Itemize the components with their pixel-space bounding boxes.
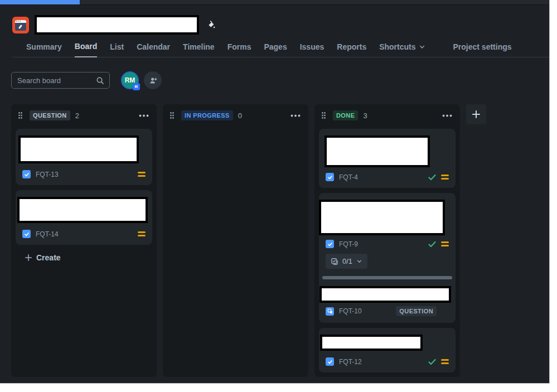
project-avatar-window-icon	[15, 20, 26, 31]
subtasks-icon	[331, 258, 338, 265]
tab-reports[interactable]: Reports	[337, 42, 366, 57]
done-check-icon	[428, 241, 436, 248]
chevron-down-icon	[356, 258, 362, 264]
tab-board[interactable]: Board	[75, 42, 97, 57]
subtask-title-redacted	[319, 286, 451, 303]
avatar-role-badge: R	[133, 83, 140, 90]
tab-shortcuts[interactable]: Shortcuts	[379, 42, 425, 57]
task-icon	[326, 240, 334, 248]
tab-issues[interactable]: Issues	[300, 42, 324, 57]
column-question-cards: FQT-13 FQT-14	[11, 127, 157, 270]
search-icon	[96, 76, 104, 85]
card-title-redacted	[17, 197, 148, 223]
card-title-redacted	[320, 335, 423, 351]
card-title-redacted	[319, 200, 445, 235]
card-key[interactable]: FQT-12	[339, 358, 362, 366]
task-icon	[326, 357, 334, 366]
subtask-status-badge: QUESTION	[396, 306, 437, 316]
plus-icon	[472, 110, 481, 119]
search-input[interactable]	[17, 76, 96, 85]
medium-priority-icon	[441, 175, 449, 180]
tab-pages[interactable]: Pages	[264, 42, 287, 57]
board-toolbar: RM R	[11, 71, 549, 89]
done-check-icon	[428, 174, 436, 181]
subtask-card-fqt-10[interactable]: FQT-10 QUESTION	[326, 286, 449, 316]
card-fqt-13[interactable]: FQT-13	[16, 129, 152, 185]
more-options-icon[interactable]	[139, 114, 149, 117]
task-icon	[22, 230, 31, 238]
tab-summary[interactable]: Summary	[26, 42, 62, 57]
more-options-icon[interactable]	[442, 114, 452, 117]
card-key[interactable]: FQT-10	[339, 307, 362, 315]
column-count: 0	[238, 112, 242, 120]
tab-calendar[interactable]: Calendar	[137, 42, 170, 57]
column-in-progress-cards	[163, 127, 308, 133]
subtask-progress-bar	[322, 276, 452, 279]
done-check-icon	[428, 359, 436, 365]
column-done: DONE 3 FQT-4	[314, 104, 460, 377]
task-icon	[326, 173, 334, 181]
tab-forms[interactable]: Forms	[227, 42, 251, 57]
project-title-redacted	[35, 15, 199, 35]
medium-priority-icon	[138, 231, 146, 236]
add-people-button[interactable]	[144, 71, 162, 89]
plus-icon	[25, 254, 32, 262]
column-question: QUESTION 2 FQT-13	[11, 104, 157, 377]
column-count: 3	[363, 112, 367, 120]
search-board-box	[11, 72, 110, 89]
card-key[interactable]: FQT-4	[339, 173, 358, 181]
card-key[interactable]: FQT-14	[36, 230, 59, 238]
create-issue-label: Create	[36, 253, 61, 262]
column-in-progress-header: IN PROGRESS 0	[163, 104, 308, 127]
tab-list[interactable]: List	[110, 42, 124, 57]
subtask-counter-label: 0/1	[342, 257, 352, 265]
subtask-expand-button[interactable]: 0/1	[326, 254, 367, 269]
add-column-button[interactable]	[466, 104, 486, 124]
card-title-redacted	[324, 135, 430, 167]
create-issue-button[interactable]: Create	[19, 250, 66, 265]
project-header: Summary Board List Calendar Timeline For…	[0, 5, 549, 57]
drag-handle-icon[interactable]	[18, 112, 23, 119]
project-avatar	[12, 17, 29, 33]
task-icon	[22, 170, 31, 178]
column-status-badge: IN PROGRESS	[181, 110, 233, 120]
column-count: 2	[75, 112, 79, 120]
avatar[interactable]: RM R	[121, 71, 139, 89]
medium-priority-icon	[441, 241, 449, 246]
card-fqt-9-group[interactable]: FQT-9 0/1	[319, 193, 456, 323]
medium-priority-icon	[441, 359, 449, 364]
more-options-icon[interactable]	[290, 114, 301, 117]
medium-priority-icon	[138, 172, 146, 177]
tab-project-settings[interactable]: Project settings	[453, 42, 512, 57]
drag-handle-icon[interactable]	[321, 112, 326, 119]
card-title-redacted	[18, 135, 139, 163]
column-status-badge: QUESTION	[30, 110, 70, 120]
tab-timeline[interactable]: Timeline	[183, 42, 215, 57]
column-in-progress: IN PROGRESS 0	[163, 104, 308, 377]
column-done-cards: FQT-4 FQT-9	[314, 127, 460, 382]
column-question-header: QUESTION 2	[11, 104, 157, 127]
card-key[interactable]: FQT-13	[36, 171, 59, 178]
column-status-badge: DONE	[333, 110, 358, 120]
card-key[interactable]: FQT-9	[339, 240, 358, 248]
project-nav: Summary Board List Calendar Timeline For…	[12, 42, 549, 57]
card-fqt-12[interactable]: FQT-12	[319, 328, 456, 372]
subtask-type-icon	[326, 307, 334, 316]
project-title-row	[12, 15, 549, 35]
chevron-down-icon	[419, 43, 425, 50]
add-people-icon	[148, 76, 158, 85]
browser-top-strip	[0, 0, 549, 5]
paint-bucket-icon[interactable]	[206, 20, 217, 30]
kanban-board: QUESTION 2 FQT-13	[11, 104, 549, 377]
card-fqt-14[interactable]: FQT-14	[16, 190, 152, 245]
column-done-header: DONE 3	[314, 104, 460, 127]
card-fqt-4[interactable]: FQT-4	[319, 129, 456, 188]
browser-tab-accent	[0, 0, 80, 4]
jira-board-app: Summary Board List Calendar Timeline For…	[0, 0, 550, 384]
drag-handle-icon[interactable]	[169, 112, 175, 119]
tab-shortcuts-label: Shortcuts	[379, 42, 415, 51]
